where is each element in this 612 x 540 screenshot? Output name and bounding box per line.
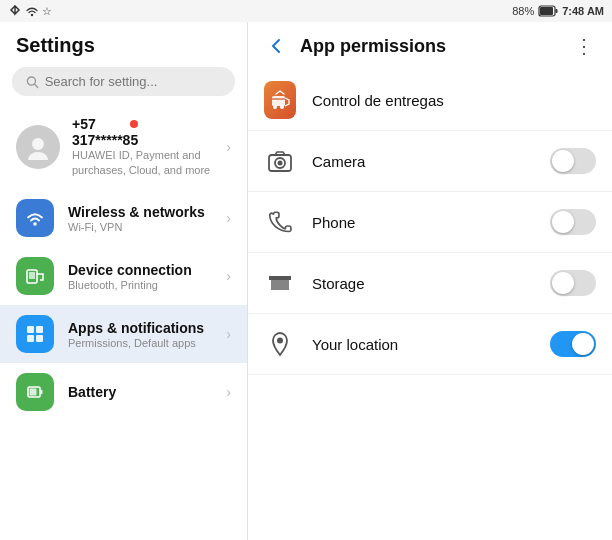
settings-item-apps[interactable]: Apps & notifications Permissions, Defaul… — [0, 305, 247, 363]
right-title: App permissions — [300, 36, 560, 57]
left-panel: Settings +57 317*****85 HUAWEI ID, Payme… — [0, 0, 248, 540]
status-time: 7:48 AM — [562, 5, 604, 17]
battery-icon-bg — [16, 373, 54, 411]
svg-rect-14 — [36, 335, 43, 342]
app-header-item: Control de entregas — [248, 70, 612, 131]
svg-point-23 — [278, 161, 283, 166]
battery-percentage: 88% — [512, 5, 534, 17]
apps-title: Apps & notifications — [68, 319, 212, 337]
settings-list: Wireless & networks Wi-Fi, VPN › Device … — [0, 189, 247, 540]
app-icon — [264, 84, 296, 116]
svg-rect-3 — [540, 7, 553, 15]
permission-list: Control de entregas Camera — [248, 70, 612, 540]
svg-rect-17 — [30, 388, 37, 395]
phone-toggle[interactable] — [550, 209, 596, 235]
wireless-subtitle: Wi-Fi, VPN — [68, 221, 212, 233]
svg-rect-2 — [556, 9, 558, 13]
delivery-icon — [268, 88, 292, 112]
phone-toggle-knob — [552, 211, 574, 233]
permission-phone[interactable]: Phone — [248, 192, 612, 253]
storage-toggle-knob — [552, 272, 574, 294]
status-extra: ☆ — [42, 5, 52, 18]
location-toggle-knob — [572, 333, 594, 355]
device-chevron: › — [226, 268, 231, 284]
storage-toggle[interactable] — [550, 270, 596, 296]
user-info: +57 317*****85 HUAWEI ID, Payment and pu… — [72, 116, 214, 179]
settings-title: Settings — [0, 22, 247, 67]
search-bar[interactable] — [12, 67, 235, 96]
status-bar-right: 88% 7:48 AM — [512, 5, 604, 17]
svg-rect-10 — [29, 272, 35, 279]
phone-svg — [267, 209, 293, 235]
wireless-text: Wireless & networks Wi-Fi, VPN — [68, 203, 212, 233]
apps-chevron: › — [226, 326, 231, 342]
right-header: App permissions ⋮ — [248, 22, 612, 70]
svg-point-8 — [33, 222, 37, 226]
svg-point-6 — [32, 138, 44, 150]
camera-icon — [264, 145, 296, 177]
permission-storage[interactable]: Storage — [248, 253, 612, 314]
device-icon-bg — [16, 257, 54, 295]
svg-point-7 — [28, 152, 48, 160]
apps-subtitle: Permissions, Default apps — [68, 337, 212, 349]
status-bar-left: ☆ — [8, 5, 52, 18]
phone-label: Phone — [312, 214, 534, 231]
svg-rect-13 — [27, 335, 34, 342]
camera-toggle-knob — [552, 150, 574, 172]
permission-location[interactable]: Your location — [248, 314, 612, 375]
location-svg — [267, 331, 293, 357]
storage-svg — [267, 270, 293, 296]
settings-item-battery[interactable]: Battery › — [0, 363, 247, 421]
user-subtitle: HUAWEI ID, Payment and purchases, Cloud,… — [72, 148, 214, 179]
apps-icon-bg — [16, 315, 54, 353]
right-panel: App permissions ⋮ Control de entregas — [248, 0, 612, 540]
phone-icon — [264, 206, 296, 238]
bluetooth-icon — [8, 5, 22, 17]
more-button[interactable]: ⋮ — [568, 32, 600, 60]
svg-point-0 — [31, 14, 33, 16]
device-icon — [24, 265, 46, 287]
device-text: Device connection Bluetooth, Printing — [68, 261, 212, 291]
permission-camera[interactable]: Camera — [248, 131, 612, 192]
wifi-icon — [24, 207, 46, 229]
camera-svg — [266, 147, 294, 175]
location-icon — [264, 328, 296, 360]
camera-toggle[interactable] — [550, 148, 596, 174]
apps-icon — [24, 323, 46, 345]
storage-icon — [264, 267, 296, 299]
search-input[interactable] — [45, 74, 221, 89]
notification-dot — [130, 120, 138, 128]
app-name: Control de entregas — [312, 92, 596, 109]
svg-point-20 — [280, 105, 284, 109]
settings-item-device[interactable]: Device connection Bluetooth, Printing › — [0, 247, 247, 305]
settings-item-wireless[interactable]: Wireless & networks Wi-Fi, VPN › — [0, 189, 247, 247]
user-avatar-icon — [25, 134, 51, 160]
avatar — [16, 125, 60, 169]
device-subtitle: Bluetooth, Printing — [68, 279, 212, 291]
battery-chevron: › — [226, 384, 231, 400]
device-title: Device connection — [68, 261, 212, 279]
battery-icon — [538, 5, 558, 17]
svg-point-19 — [273, 105, 277, 109]
storage-label: Storage — [312, 275, 534, 292]
svg-rect-12 — [36, 326, 43, 333]
user-profile-item[interactable]: +57 317*****85 HUAWEI ID, Payment and pu… — [0, 106, 247, 189]
svg-rect-11 — [27, 326, 34, 333]
search-icon — [26, 75, 39, 89]
status-bar: ☆ 88% 7:48 AM — [0, 0, 612, 22]
wireless-chevron: › — [226, 210, 231, 226]
svg-point-24 — [277, 338, 283, 344]
wireless-title: Wireless & networks — [68, 203, 212, 221]
user-phone: +57 317*****85 — [72, 116, 214, 148]
back-icon — [266, 36, 286, 56]
app-icon-box — [264, 81, 296, 119]
location-label: Your location — [312, 336, 534, 353]
back-button[interactable] — [260, 34, 292, 58]
svg-rect-16 — [41, 390, 43, 394]
svg-line-5 — [35, 84, 38, 87]
location-toggle[interactable] — [550, 331, 596, 357]
user-chevron: › — [226, 139, 231, 155]
battery-settings-icon — [24, 381, 46, 403]
wifi-icon-status — [26, 5, 38, 17]
wireless-icon-bg — [16, 199, 54, 237]
